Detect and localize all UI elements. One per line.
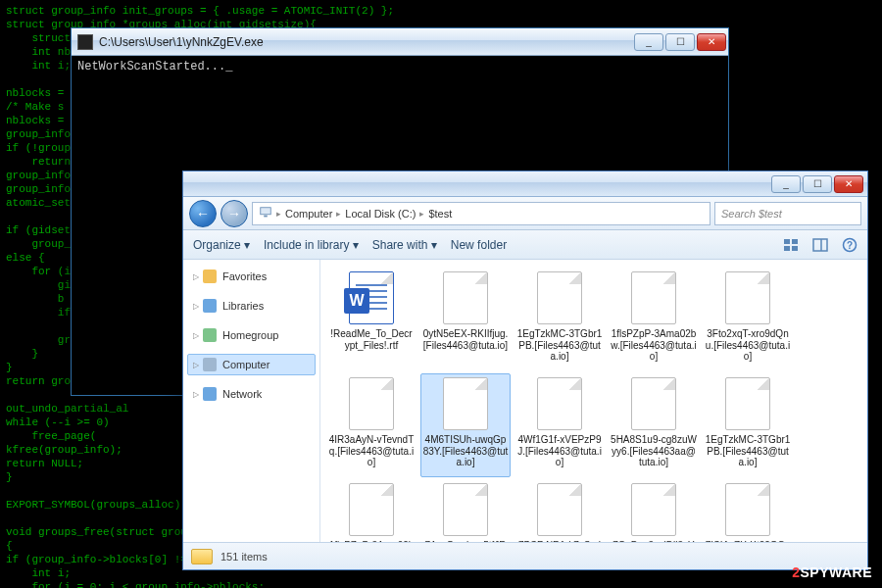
sidebar-item-label: Network xyxy=(222,388,262,400)
homegroup-icon xyxy=(203,328,217,342)
nav-forward-button[interactable]: → xyxy=(220,200,248,227)
breadcrumb-segment[interactable]: Computer xyxy=(285,208,332,220)
file-item[interactable]: 1EgTzkMC-3TGbr1PB.[Files4463@tuta.io] xyxy=(703,373,793,477)
explorer-titlebar[interactable]: _ ☐ ✕ xyxy=(183,172,867,197)
file-icon xyxy=(349,377,394,430)
file-icon xyxy=(537,483,582,536)
explorer-sidebar: ▷Favorites▷Libraries▷Homegroup▷Computer▷… xyxy=(183,260,320,542)
explorer-minimize-button[interactable]: _ xyxy=(771,175,801,193)
sidebar-item-label: Homegroup xyxy=(222,329,278,341)
file-label: 4Wf1G1f-xVEPzP9J.[Files4463@tuta.io] xyxy=(516,434,603,468)
file-item[interactable]: 0ytN5eEX-RKIIfjug.[Files4463@tuta.io] xyxy=(420,268,511,371)
file-icon xyxy=(537,271,582,324)
file-icon xyxy=(443,271,488,324)
file-label: 7GxDny3w-iDjj3xYe.[Files4463@tuta.io] xyxy=(611,540,697,542)
sidebar-item-computer[interactable]: ▷Computer xyxy=(187,354,316,375)
sidebar-item-favorites[interactable]: ▷Favorites xyxy=(187,266,316,287)
console-titlebar[interactable]: C:\Users\User\1\yNnkZgEV.exe _ ☐ ✕ xyxy=(72,28,728,56)
file-pane[interactable]: W!ReadMe_To_Decrypt_Files!.rtf0ytN5eEX-R… xyxy=(320,260,867,542)
file-item[interactable]: 4M6TISUh-uwqGp83Y.[Files4463@tuta.io] xyxy=(420,373,511,477)
file-item[interactable]: 5HA8S1u9-cg8zuWyy6.[Files4463aа@tuta.io] xyxy=(609,373,699,477)
svg-rect-1 xyxy=(264,215,268,217)
svg-rect-5 xyxy=(792,246,798,251)
file-label: 3Fto2xqT-xro9dQnu.[Files4463@tuta.io] xyxy=(705,328,791,363)
libraries-icon xyxy=(203,299,217,313)
svg-rect-6 xyxy=(813,239,827,251)
network-icon xyxy=(203,387,217,401)
toolbar-organize[interactable]: Organize ▾ xyxy=(193,238,250,252)
file-item[interactable]: 1EgTzkMC-3TGbr1PB.[Files4463@tuta.io] xyxy=(514,268,605,371)
breadcrumb[interactable]: ▸Computer▸Local Disk (C:)▸$test xyxy=(252,202,710,225)
breadcrumb-segment[interactable]: Local Disk (C:) xyxy=(345,208,416,220)
search-input[interactable]: Search $test xyxy=(714,202,861,225)
expand-icon[interactable]: ▷ xyxy=(193,390,199,399)
file-label: 1EgTzkMC-3TGbr1PB.[Files4463@tuta.io] xyxy=(516,328,603,363)
toolbar-share-with[interactable]: Share with ▾ xyxy=(372,238,437,252)
console-close-button[interactable]: ✕ xyxy=(697,33,726,51)
view-options-icon[interactable] xyxy=(783,237,799,253)
file-label: 4IR3aAyN-vTevndTq.[Files4463@tuta.io] xyxy=(328,434,415,468)
sidebar-item-label: Computer xyxy=(222,359,270,370)
explorer-statusbar: 151 items xyxy=(183,542,867,569)
word-doc-icon: W xyxy=(349,271,394,324)
file-item[interactable]: 7AvxOwab-m5tfJRhs.[Files4463@tuta.io] xyxy=(420,479,511,542)
explorer-maximize-button[interactable]: ☐ xyxy=(803,175,832,193)
watermark: 2SPYWARE xyxy=(792,564,872,580)
file-item[interactable]: 4Wf1G1f-xVEPzP9J.[Files4463@tuta.io] xyxy=(514,373,605,477)
file-icon xyxy=(725,483,770,536)
computer-icon xyxy=(203,358,217,371)
file-item[interactable]: 1flsPZpP-3Ama02bw.[Files4463@tuta.io] xyxy=(326,479,416,542)
file-icon xyxy=(537,377,582,430)
sidebar-item-label: Favorites xyxy=(222,270,267,282)
file-icon xyxy=(631,377,676,430)
file-label: 1flsPZpP-3Ama02bw.[Files4463@tuta.io] xyxy=(611,328,697,363)
svg-rect-4 xyxy=(784,246,790,251)
file-label: 1EgTzkMC-3TGbr1PB.[Files4463@tuta.io] xyxy=(705,434,791,468)
file-icon xyxy=(631,483,676,536)
sidebar-item-libraries[interactable]: ▷Libraries xyxy=(187,295,316,317)
file-item[interactable]: 1flsPZpP-3Ama02bw.[Files4463@tuta.io] xyxy=(609,268,699,371)
computer-icon xyxy=(259,206,272,221)
breadcrumb-separator: ▸ xyxy=(336,209,341,219)
console-maximize-button[interactable]: ☐ xyxy=(665,33,695,51)
file-item[interactable]: 4IR3aAyN-vTevndTq.[Files4463@tuta.io] xyxy=(326,373,416,477)
explorer-toolbar: Organize ▾ Include in library ▾ Share wi… xyxy=(183,230,867,260)
toolbar-include-in-library[interactable]: Include in library ▾ xyxy=(264,238,359,252)
sidebar-item-label: Libraries xyxy=(222,300,264,312)
expand-icon[interactable]: ▷ xyxy=(193,331,199,340)
file-label: 0ytN5eEX-RKIIfjug.[Files4463@tuta.io] xyxy=(422,328,509,351)
nav-back-button[interactable]: ← xyxy=(189,200,217,227)
file-label: !ReadMe_To_Decrypt_Files!.rtf xyxy=(328,328,415,351)
cmd-icon xyxy=(77,34,93,50)
file-item[interactable]: 7GxDny3w-iDjj3xYe.[Files4463@tuta.io] xyxy=(609,479,699,542)
svg-rect-2 xyxy=(784,239,790,244)
status-item-count: 151 items xyxy=(220,551,268,563)
expand-icon[interactable]: ▷ xyxy=(193,361,199,369)
file-item[interactable]: W!ReadMe_To_Decrypt_Files!.rtf xyxy=(326,268,416,371)
file-label: 5HA8S1u9-cg8zuWyy6.[Files4463aа@tuta.io] xyxy=(611,434,697,468)
file-icon xyxy=(725,377,770,430)
svg-rect-3 xyxy=(792,239,798,244)
sidebar-item-homegroup[interactable]: ▷Homegroup xyxy=(187,324,316,346)
svg-rect-0 xyxy=(261,207,271,214)
breadcrumb-segment[interactable]: $test xyxy=(428,208,452,220)
sidebar-item-network[interactable]: ▷Network xyxy=(187,383,316,405)
console-title: C:\Users\User\1\yNnkZgEV.exe xyxy=(99,35,634,49)
help-icon[interactable]: ? xyxy=(842,237,858,253)
explorer-close-button[interactable]: ✕ xyxy=(834,175,863,193)
expand-icon[interactable]: ▷ xyxy=(193,272,199,281)
file-label: 7BSRAjR1-k7zSmjA6.[Files4463@tuta.io] xyxy=(516,540,603,542)
file-item[interactable]: 7ISIAxZX-Kt22OCgv.[Files4463@tuta.io] xyxy=(703,479,793,542)
console-minimize-button[interactable]: _ xyxy=(634,33,663,51)
file-label: 7AvxOwab-m5tfJRhs.[Files4463@tuta.io] xyxy=(422,540,509,542)
expand-icon[interactable]: ▷ xyxy=(193,302,199,311)
toolbar-new-folder[interactable]: New folder xyxy=(451,238,507,252)
file-icon xyxy=(631,271,676,324)
file-label: 4M6TISUh-uwqGp83Y.[Files4463@tuta.io] xyxy=(422,434,509,468)
folder-icon xyxy=(191,549,213,564)
preview-pane-icon[interactable] xyxy=(812,237,828,253)
search-placeholder: Search $test xyxy=(721,208,782,220)
file-item[interactable]: 7BSRAjR1-k7zSmjA6.[Files4463@tuta.io] xyxy=(514,479,605,542)
explorer-navbar: ← → ▸Computer▸Local Disk (C:)▸$test Sear… xyxy=(183,197,867,230)
file-item[interactable]: 3Fto2xqT-xro9dQnu.[Files4463@tuta.io] xyxy=(703,268,793,371)
